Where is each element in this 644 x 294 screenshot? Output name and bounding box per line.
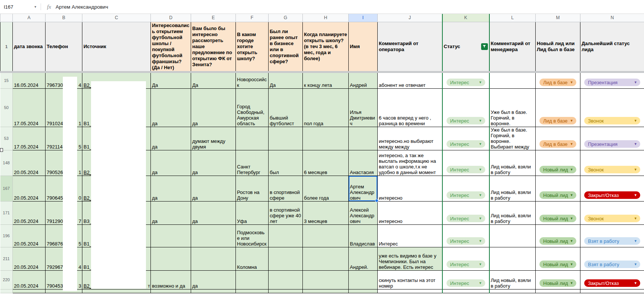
cell-H15[interactable]: к концу лета [303,72,349,89]
next-status-dropdown-N220[interactable]: Закрыт/Отказ▼ [584,279,640,287]
column-header-E[interactable]: E [191,14,236,22]
cell-H211[interactable] [303,247,349,271]
cell-F196[interactable]: Подмосковье или Новосибирск [236,225,269,247]
column-header-H[interactable]: H [303,14,349,22]
lead-type-dropdown-M148[interactable]: Новый лид▼ [539,166,576,173]
cell-E220[interactable]: да [191,271,236,289]
lead-type-dropdown-M167[interactable]: Новый лид▼ [539,191,576,199]
header-cell-H[interactable]: Когда планируете открыть школу? (в теч 3… [303,22,349,72]
cell-D15[interactable]: Да [151,72,191,89]
cell-J171[interactable]: интересно [378,202,442,225]
next-status-dropdown-N53[interactable]: Презентация▼ [584,140,640,148]
cell-K148[interactable]: Интерес▼ [442,150,489,176]
column-header-N[interactable]: N [580,14,644,22]
cell-G171[interactable]: в спортивной сфере уже 40 лет [269,202,303,225]
cell-M148[interactable]: Новый лид▼ [536,150,580,176]
cell-F-partial[interactable] [236,289,269,293]
cell-M211[interactable]: Новый лид▼ [536,247,580,271]
cell-E15[interactable]: Да [191,72,236,89]
header-cell-I[interactable]: Имя [349,22,378,72]
header-cell-J[interactable]: Комментарий от оператора [378,22,442,72]
header-cell-N[interactable]: Дальнейший статус лида [580,22,644,72]
column-header-K[interactable]: K [442,14,489,22]
cell-F15[interactable]: Новороссийск [236,72,269,89]
row-header-148[interactable]: 148 [0,150,13,176]
cell-I196[interactable]: Владислав [349,225,378,247]
next-status-dropdown-N211[interactable]: Взят в работу▼ [584,261,640,268]
cell-K220[interactable]: Интерес▼ [442,271,489,289]
row-header-220[interactable]: 220 [0,271,13,289]
cell-D171[interactable]: да [151,202,191,225]
cell-K167[interactable]: Интерес▼ [442,176,489,202]
cell-N15[interactable]: Презентация▼ [580,72,644,89]
cell-I50[interactable]: Илья Дмитриевич [349,89,378,127]
cell-L15[interactable] [489,72,536,89]
cell-G50[interactable]: бывший футболист [269,89,303,127]
cell-I220[interactable] [349,271,378,289]
column-header-C[interactable]: C [82,14,151,22]
cell-F171[interactable]: Уфа [236,202,269,225]
cell-H167[interactable]: более года [303,176,349,202]
lead-type-dropdown-M196[interactable]: Новый лид▼ [539,237,576,245]
cell-G148[interactable]: был [269,150,303,176]
header-cell-E[interactable]: Вам было бы интересно рассмотреть наше п… [191,22,236,72]
cell-H-partial[interactable] [303,289,349,293]
status-dropdown-K196[interactable]: Интерес▼ [447,237,485,245]
column-header-A[interactable]: A [13,14,46,22]
row-header-53[interactable]: 53 [0,127,13,150]
cell-E-partial[interactable] [191,289,236,293]
lead-type-dropdown-M211[interactable]: Новый лид▼ [539,261,576,268]
cell-H171[interactable]: 3 месяцев [303,202,349,225]
cell-M171[interactable]: Новый лид▼ [536,202,580,225]
next-status-dropdown-N15[interactable]: Презентация▼ [584,79,640,86]
cell-H220[interactable] [303,271,349,289]
cell-I148[interactable]: Анастасия [349,150,378,176]
cell-A171[interactable]: 20.05.2024 [13,202,46,225]
cell-L196[interactable] [489,225,536,247]
cell-N211[interactable]: Взят в работу▼ [580,247,644,271]
name-box[interactable]: I167 ▼ [0,4,40,10]
row-header-171[interactable]: 171 [0,202,13,225]
cell-J220[interactable]: скинуть контакты на этот номер [378,271,442,289]
cell-J53[interactable]: интересно.но выбирают между между [378,127,442,150]
cell-F148[interactable]: Санкт Петербург [236,150,269,176]
column-header-D[interactable]: D [151,14,191,22]
cell-L167[interactable]: Лид новый, взяли в работу [489,176,536,202]
cell-D220[interactable]: возможно и да [151,271,191,289]
column-header-I[interactable]: I [349,14,378,22]
next-status-dropdown-N50[interactable]: Звонок▼ [584,117,640,124]
cell-J-partial[interactable] [378,289,442,293]
lead-type-dropdown-M15[interactable]: Лид в базе▼ [539,79,576,86]
fill-handle[interactable] [375,199,378,202]
cell-A15[interactable]: 16.05.2024 [13,72,46,89]
cell-H53[interactable] [303,127,349,150]
header-cell-K[interactable]: Статус [442,22,489,72]
next-status-dropdown-N171[interactable]: Звонок▼ [584,215,640,222]
column-header-L[interactable]: L [489,14,536,22]
formula-input[interactable]: Артем Александрович [56,4,644,10]
status-dropdown-K53[interactable]: Интерес▼ [447,140,485,148]
next-status-dropdown-N167[interactable]: Закрыт/Отказ▼ [584,191,640,199]
row-header-1[interactable]: 1 [0,22,13,72]
cell-J196[interactable]: Интерес [378,225,442,247]
status-dropdown-K167[interactable]: Интерес▼ [447,191,485,199]
header-cell-B[interactable]: Телефон [46,22,82,72]
cell-J211[interactable]: уже есть видимо в базе у Чемпионики. Был… [378,247,442,271]
cell-K211[interactable]: Интерес▼ [442,247,489,271]
cell-L53[interactable]: Уже был в базе. Горячий, в воронке. Выби… [489,127,536,150]
cell-A-partial[interactable] [13,289,46,293]
cell-N53[interactable]: Презентация▼ [580,127,644,150]
cell-E167[interactable]: да [191,176,236,202]
cell-D50[interactable]: да [151,89,191,127]
column-header-F[interactable]: F [236,14,269,22]
status-dropdown-K211[interactable]: Интерес▼ [447,261,485,268]
cell-I211[interactable]: Андрей. [349,247,378,271]
column-header-M[interactable]: M [536,14,580,22]
status-dropdown-K148[interactable]: Интерес▼ [447,166,485,173]
cell-F220[interactable] [236,271,269,289]
lead-type-dropdown-M220[interactable]: Новый лид▼ [539,279,576,287]
lead-type-dropdown-M171[interactable]: Новый лид▼ [539,215,576,222]
cell-G167[interactable]: в спортивной сфере [269,176,303,202]
cell-A50[interactable]: 17.05.2024 [13,89,46,127]
cell-A167[interactable]: 20.05.2024 [13,176,46,202]
